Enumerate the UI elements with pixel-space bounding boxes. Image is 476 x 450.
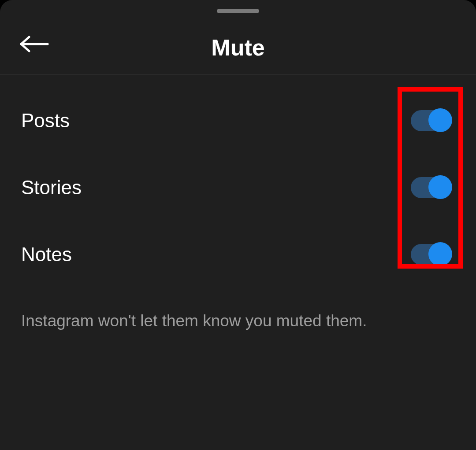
toggle-knob	[428, 175, 452, 199]
toggle-stories[interactable]	[411, 177, 451, 198]
row-label: Stories	[21, 177, 82, 199]
toggle-posts[interactable]	[411, 110, 451, 131]
page-title: Mute	[211, 34, 264, 61]
settings-list: Posts Stories Notes	[0, 87, 476, 288]
mute-sheet: Mute Posts Stories Notes Instagram won't…	[0, 0, 476, 450]
row-stories: Stories	[0, 154, 476, 221]
toggle-notes[interactable]	[411, 244, 451, 265]
toggle-knob	[428, 242, 452, 266]
back-button[interactable]	[19, 36, 48, 54]
row-label: Notes	[21, 243, 72, 266]
toggle-knob	[428, 108, 452, 132]
row-notes: Notes	[0, 221, 476, 288]
row-label: Posts	[21, 110, 70, 132]
header: Mute	[0, 0, 476, 75]
arrow-left-icon	[19, 36, 49, 54]
row-posts: Posts	[0, 87, 476, 154]
info-text: Instagram won't let them know you muted …	[21, 312, 367, 330]
